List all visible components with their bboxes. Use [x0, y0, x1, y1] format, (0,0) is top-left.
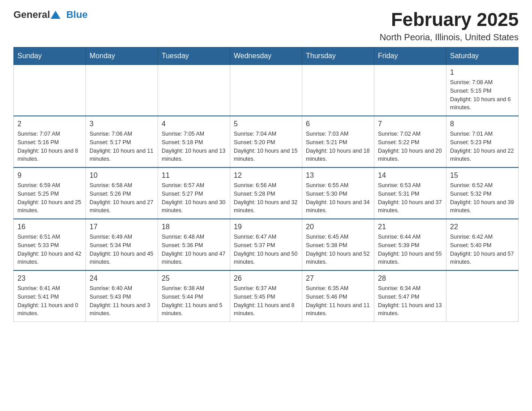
calendar-header-saturday: Saturday: [446, 47, 519, 65]
day-number: 18: [162, 223, 226, 231]
day-number: 9: [17, 171, 82, 180]
calendar-cell: 24Sunrise: 6:40 AMSunset: 5:43 PMDayligh…: [86, 270, 158, 322]
calendar-cell: 25Sunrise: 6:38 AMSunset: 5:44 PMDayligh…: [158, 270, 230, 322]
calendar-cell: 14Sunrise: 6:53 AMSunset: 5:31 PMDayligh…: [374, 167, 446, 219]
day-info: Sunrise: 6:40 AMSunset: 5:43 PMDaylight:…: [90, 284, 154, 318]
logo-text-general: General: [13, 9, 50, 21]
day-number: 19: [234, 223, 298, 231]
day-number: 8: [450, 120, 515, 128]
calendar-cell: 5Sunrise: 7:04 AMSunset: 5:20 PMDaylight…: [230, 116, 302, 167]
day-info: Sunrise: 7:02 AMSunset: 5:22 PMDaylight:…: [378, 130, 442, 163]
calendar-header-wednesday: Wednesday: [230, 47, 302, 65]
day-number: 6: [306, 120, 370, 128]
day-info: Sunrise: 7:03 AMSunset: 5:21 PMDaylight:…: [306, 130, 370, 163]
day-number: 21: [378, 223, 442, 231]
day-number: 12: [234, 171, 298, 180]
day-number: 17: [90, 223, 154, 231]
calendar-table: SundayMondayTuesdayWednesdayThursdayFrid…: [13, 47, 519, 322]
day-number: 11: [162, 171, 226, 180]
month-title: February 2025: [380, 9, 519, 30]
calendar-cell: [86, 65, 158, 116]
calendar-cell: 6Sunrise: 7:03 AMSunset: 5:21 PMDaylight…: [302, 116, 374, 167]
calendar-header-friday: Friday: [374, 47, 446, 65]
day-info: Sunrise: 6:44 AMSunset: 5:39 PMDaylight:…: [378, 233, 442, 266]
day-info: Sunrise: 6:47 AMSunset: 5:37 PMDaylight:…: [234, 233, 298, 266]
day-info: Sunrise: 6:38 AMSunset: 5:44 PMDaylight:…: [162, 284, 226, 318]
day-info: Sunrise: 6:42 AMSunset: 5:40 PMDaylight:…: [450, 233, 515, 266]
calendar-header-tuesday: Tuesday: [158, 47, 230, 65]
day-info: Sunrise: 7:04 AMSunset: 5:20 PMDaylight:…: [234, 130, 298, 163]
calendar-cell: 7Sunrise: 7:02 AMSunset: 5:22 PMDaylight…: [374, 116, 446, 167]
calendar-cell: 20Sunrise: 6:45 AMSunset: 5:38 PMDayligh…: [302, 219, 374, 270]
calendar-header-row: SundayMondayTuesdayWednesdayThursdayFrid…: [14, 47, 519, 65]
svg-marker-0: [51, 11, 60, 19]
day-info: Sunrise: 6:45 AMSunset: 5:38 PMDaylight:…: [306, 233, 370, 266]
logo-text-blue: Blue: [66, 9, 88, 21]
day-number: 23: [17, 274, 82, 283]
calendar-cell: 2Sunrise: 7:07 AMSunset: 5:16 PMDaylight…: [14, 116, 86, 167]
logo: General Blue: [13, 9, 88, 21]
calendar-cell: [446, 270, 519, 322]
day-info: Sunrise: 6:35 AMSunset: 5:46 PMDaylight:…: [306, 284, 370, 318]
calendar-cell: 8Sunrise: 7:01 AMSunset: 5:23 PMDaylight…: [446, 116, 519, 167]
logo-triangle-icon: [51, 10, 60, 20]
calendar-cell: 26Sunrise: 6:37 AMSunset: 5:45 PMDayligh…: [230, 270, 302, 322]
calendar-cell: 11Sunrise: 6:57 AMSunset: 5:27 PMDayligh…: [158, 167, 230, 219]
calendar-cell: 4Sunrise: 7:05 AMSunset: 5:18 PMDaylight…: [158, 116, 230, 167]
day-info: Sunrise: 7:05 AMSunset: 5:18 PMDaylight:…: [162, 130, 226, 163]
calendar-cell: [374, 65, 446, 116]
calendar-week-row: 2Sunrise: 7:07 AMSunset: 5:16 PMDaylight…: [14, 116, 519, 167]
day-info: Sunrise: 6:37 AMSunset: 5:45 PMDaylight:…: [234, 284, 298, 318]
day-number: 15: [450, 171, 515, 180]
calendar-week-row: 16Sunrise: 6:51 AMSunset: 5:33 PMDayligh…: [14, 219, 519, 270]
calendar-cell: 1Sunrise: 7:08 AMSunset: 5:15 PMDaylight…: [446, 65, 519, 116]
day-info: Sunrise: 6:52 AMSunset: 5:32 PMDaylight:…: [450, 181, 515, 215]
calendar-cell: 23Sunrise: 6:41 AMSunset: 5:41 PMDayligh…: [14, 270, 86, 322]
day-info: Sunrise: 6:41 AMSunset: 5:41 PMDaylight:…: [17, 284, 82, 318]
day-info: Sunrise: 7:07 AMSunset: 5:16 PMDaylight:…: [17, 130, 82, 163]
calendar-cell: 15Sunrise: 6:52 AMSunset: 5:32 PMDayligh…: [446, 167, 519, 219]
day-info: Sunrise: 7:06 AMSunset: 5:17 PMDaylight:…: [90, 130, 154, 163]
calendar-cell: 16Sunrise: 6:51 AMSunset: 5:33 PMDayligh…: [14, 219, 86, 270]
calendar-cell: 17Sunrise: 6:49 AMSunset: 5:34 PMDayligh…: [86, 219, 158, 270]
title-section: February 2025 North Peoria, Illinois, Un…: [380, 9, 519, 43]
calendar-cell: 27Sunrise: 6:35 AMSunset: 5:46 PMDayligh…: [302, 270, 374, 322]
day-info: Sunrise: 6:53 AMSunset: 5:31 PMDaylight:…: [378, 181, 442, 215]
day-number: 20: [306, 223, 370, 231]
calendar-cell: 19Sunrise: 6:47 AMSunset: 5:37 PMDayligh…: [230, 219, 302, 270]
day-number: 25: [162, 274, 226, 283]
day-number: 26: [234, 274, 298, 283]
calendar-cell: 28Sunrise: 6:34 AMSunset: 5:47 PMDayligh…: [374, 270, 446, 322]
calendar-cell: 9Sunrise: 6:59 AMSunset: 5:25 PMDaylight…: [14, 167, 86, 219]
day-info: Sunrise: 6:58 AMSunset: 5:26 PMDaylight:…: [90, 181, 154, 215]
day-info: Sunrise: 7:08 AMSunset: 5:15 PMDaylight:…: [450, 78, 515, 112]
day-number: 27: [306, 274, 370, 283]
day-number: 28: [378, 274, 442, 283]
day-number: 3: [90, 120, 154, 128]
calendar-cell: [14, 65, 86, 116]
calendar-cell: 21Sunrise: 6:44 AMSunset: 5:39 PMDayligh…: [374, 219, 446, 270]
day-number: 14: [378, 171, 442, 180]
day-number: 7: [378, 120, 442, 128]
day-info: Sunrise: 6:48 AMSunset: 5:36 PMDaylight:…: [162, 233, 226, 266]
location-title: North Peoria, Illinois, United States: [380, 32, 519, 43]
day-number: 2: [17, 120, 82, 128]
day-info: Sunrise: 7:01 AMSunset: 5:23 PMDaylight:…: [450, 130, 515, 163]
day-number: 16: [17, 223, 82, 231]
calendar-cell: 13Sunrise: 6:55 AMSunset: 5:30 PMDayligh…: [302, 167, 374, 219]
calendar-header-thursday: Thursday: [302, 47, 374, 65]
day-info: Sunrise: 6:49 AMSunset: 5:34 PMDaylight:…: [90, 233, 154, 266]
day-info: Sunrise: 6:57 AMSunset: 5:27 PMDaylight:…: [162, 181, 226, 215]
calendar-cell: 18Sunrise: 6:48 AMSunset: 5:36 PMDayligh…: [158, 219, 230, 270]
calendar-week-row: 9Sunrise: 6:59 AMSunset: 5:25 PMDaylight…: [14, 167, 519, 219]
day-number: 5: [234, 120, 298, 128]
day-info: Sunrise: 6:59 AMSunset: 5:25 PMDaylight:…: [17, 181, 82, 215]
day-number: 1: [450, 68, 515, 77]
calendar-cell: 3Sunrise: 7:06 AMSunset: 5:17 PMDaylight…: [86, 116, 158, 167]
day-number: 4: [162, 120, 226, 128]
calendar-cell: 22Sunrise: 6:42 AMSunset: 5:40 PMDayligh…: [446, 219, 519, 270]
day-info: Sunrise: 6:56 AMSunset: 5:28 PMDaylight:…: [234, 181, 298, 215]
calendar-week-row: 1Sunrise: 7:08 AMSunset: 5:15 PMDaylight…: [14, 65, 519, 116]
calendar-week-row: 23Sunrise: 6:41 AMSunset: 5:41 PMDayligh…: [14, 270, 519, 322]
day-info: Sunrise: 6:55 AMSunset: 5:30 PMDaylight:…: [306, 181, 370, 215]
